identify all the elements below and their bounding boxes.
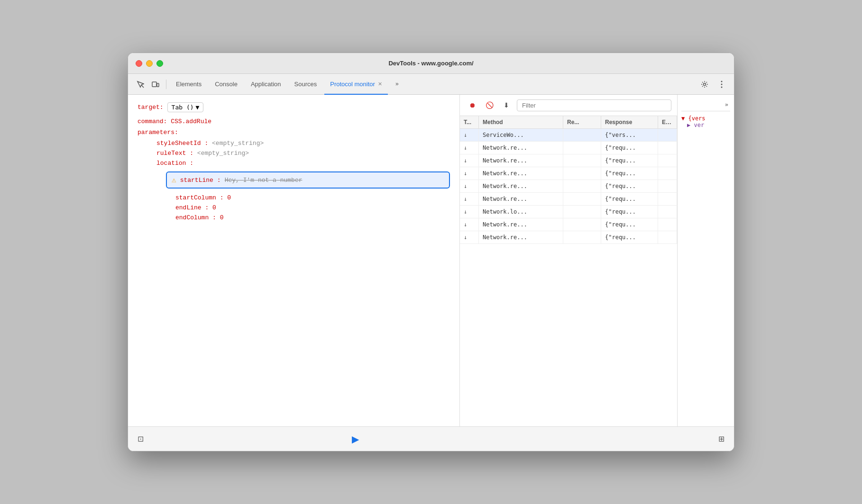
cell-extra xyxy=(658,218,677,231)
right-side-panel: » ▼ {vers ▶ ver xyxy=(677,95,734,426)
table-row[interactable]: ↓ Network.lo... {"requ... xyxy=(460,206,677,218)
table-section: T... Method Re... Response E↑... ↓ Servi… xyxy=(460,116,677,426)
cell-request xyxy=(563,206,601,218)
ruleText-row: ruleText : <empty_string> xyxy=(138,150,450,157)
cell-response: {"vers... xyxy=(601,129,658,141)
cell-response: {"requ... xyxy=(601,206,658,218)
settings-icon[interactable] xyxy=(698,78,711,91)
main-content: target: Tab () ▼ command: CSS.addRule pa… xyxy=(128,95,734,426)
cell-response: {"requ... xyxy=(601,154,658,167)
cell-response: {"requ... xyxy=(601,218,658,231)
svg-point-5 xyxy=(721,83,723,85)
cell-request xyxy=(563,142,601,154)
cell-request xyxy=(563,154,601,167)
cell-request xyxy=(563,218,601,231)
devtools-window: DevTools - www.google.com/ Elements Cons… xyxy=(128,53,734,451)
separator xyxy=(166,80,166,89)
tab-close-icon[interactable]: ✕ xyxy=(378,81,382,87)
download-button[interactable]: ⬇ xyxy=(500,99,513,112)
toolbar-right xyxy=(698,78,728,91)
record-button[interactable]: ⏺ xyxy=(466,99,479,112)
traffic-lights xyxy=(136,60,163,67)
cell-request xyxy=(563,231,601,243)
maximize-button[interactable] xyxy=(156,60,163,67)
more-options-icon[interactable] xyxy=(715,78,728,91)
table-body: ↓ ServiceWo... {"vers... ↓ Network.re...… xyxy=(460,129,677,426)
cell-method: Network.re... xyxy=(479,180,563,192)
col-type-header: T... xyxy=(460,116,479,128)
svg-point-3 xyxy=(704,83,706,85)
left-panel: target: Tab () ▼ command: CSS.addRule pa… xyxy=(128,95,460,426)
tab-application[interactable]: Application xyxy=(245,74,287,95)
cell-type: ↓ xyxy=(460,142,479,154)
cell-method: Network.re... xyxy=(479,231,563,243)
endLine-row: endLine : 0 xyxy=(138,204,450,211)
target-dropdown[interactable]: Tab () ▼ xyxy=(167,102,204,112)
side-toggle-button[interactable]: ⊞ xyxy=(718,434,724,443)
side-panel-content: ▼ {vers ▶ ver xyxy=(681,115,730,128)
cell-method: Network.re... xyxy=(479,142,563,154)
tab-elements[interactable]: Elements xyxy=(170,74,207,95)
tab-sources[interactable]: Sources xyxy=(289,74,323,95)
endColumn-row: endColumn : 0 xyxy=(138,214,450,221)
side-panel-header: » xyxy=(681,99,730,111)
cell-type: ↓ xyxy=(460,154,479,167)
cell-extra xyxy=(658,180,677,192)
cell-response: {"requ... xyxy=(601,142,658,154)
cell-type: ↓ xyxy=(460,218,479,231)
cell-type: ↓ xyxy=(460,180,479,192)
clear-button[interactable]: 🚫 xyxy=(483,99,496,112)
command-row: command: CSS.addRule xyxy=(138,118,450,125)
table-row[interactable]: ↓ Network.re... {"requ... xyxy=(460,180,677,193)
cell-method: ServiceWo... xyxy=(479,129,563,141)
send-button[interactable]: ▶ xyxy=(352,433,359,445)
cell-extra xyxy=(658,206,677,218)
inspect-icon[interactable] xyxy=(134,78,147,91)
cell-type: ↓ xyxy=(460,129,479,141)
warning-icon: ⚠️ xyxy=(172,175,176,185)
filter-bar: ⏺ 🚫 ⬇ xyxy=(460,95,677,116)
tab-protocol-monitor[interactable]: Protocol monitor ✕ xyxy=(324,74,388,95)
right-panel: ⏺ 🚫 ⬇ T... Method Re... Response E↑... xyxy=(460,95,677,426)
cell-type: ↓ xyxy=(460,193,479,205)
cell-extra xyxy=(658,129,677,141)
parameters-row: parameters: xyxy=(138,129,450,136)
col-response-header: Response xyxy=(601,116,658,128)
cell-request xyxy=(563,167,601,180)
table-row[interactable]: ↓ ServiceWo... {"vers... xyxy=(460,129,677,142)
cell-extra xyxy=(658,231,677,243)
close-button[interactable] xyxy=(136,60,142,67)
startColumn-row: startColumn : 0 xyxy=(138,194,450,201)
toolbar: Elements Console Application Sources Pro… xyxy=(128,74,734,95)
cell-extra xyxy=(658,142,677,154)
right-panel-wrapper: ⏺ 🚫 ⬇ T... Method Re... Response E↑... xyxy=(460,95,734,426)
cell-response: {"requ... xyxy=(601,180,658,192)
cell-request xyxy=(563,129,601,141)
cell-extra xyxy=(658,193,677,205)
side-panel-line1: ▼ {vers xyxy=(681,115,730,122)
table-row[interactable]: ↓ Network.re... {"requ... xyxy=(460,142,677,154)
svg-point-6 xyxy=(721,86,723,88)
cell-method: Network.lo... xyxy=(479,206,563,218)
device-toggle-icon[interactable] xyxy=(149,78,162,91)
table-row[interactable]: ↓ Network.re... {"requ... xyxy=(460,231,677,244)
startLine-highlighted-row: ⚠️ startLine : Hey, I'm not a number xyxy=(166,171,450,189)
cell-type: ↓ xyxy=(460,206,479,218)
expand-icon[interactable]: » xyxy=(725,101,728,108)
tab-console[interactable]: Console xyxy=(209,74,243,95)
table-row[interactable]: ↓ Network.re... {"requ... xyxy=(460,154,677,167)
svg-line-0 xyxy=(141,85,144,88)
bottom-left-icon[interactable]: ⊡ xyxy=(138,434,144,443)
table-row[interactable]: ↓ Network.re... {"requ... xyxy=(460,218,677,231)
table-row[interactable]: ↓ Network.re... {"requ... xyxy=(460,167,677,180)
cell-method: Network.re... xyxy=(479,193,563,205)
table-row[interactable]: ↓ Network.re... {"requ... xyxy=(460,193,677,206)
minimize-button[interactable] xyxy=(146,60,153,67)
window-title: DevTools - www.google.com/ xyxy=(388,60,473,67)
cell-request xyxy=(563,193,601,205)
cell-method: Network.re... xyxy=(479,167,563,180)
cell-type: ↓ xyxy=(460,167,479,180)
tab-more[interactable]: » xyxy=(390,74,404,95)
bottom-bar: ⊡ ▶ ⊞ xyxy=(128,426,734,451)
filter-input[interactable] xyxy=(517,99,671,111)
